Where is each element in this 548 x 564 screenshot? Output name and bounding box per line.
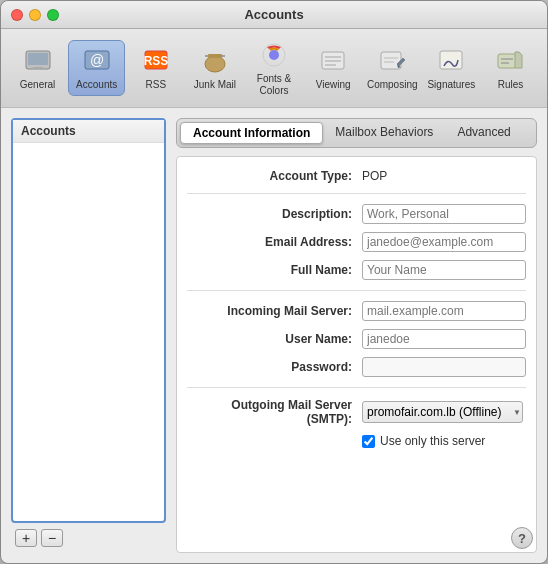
toolbar-item-general[interactable]: General [9, 41, 66, 95]
smtp-label: Outgoing Mail Server (SMTP): [187, 398, 362, 426]
password-input[interactable] [362, 357, 526, 377]
smtp-wrapper: promofair.com.lb (Offline) [362, 401, 526, 423]
account-type-row: Account Type: POP [187, 169, 526, 183]
svg-point-7 [205, 56, 225, 72]
incoming-server-input[interactable] [362, 301, 526, 321]
svg-point-12 [269, 50, 279, 60]
incoming-server-label: Incoming Mail Server: [187, 304, 362, 318]
description-label: Description: [187, 207, 362, 221]
svg-rect-2 [33, 67, 43, 69]
svg-rect-1 [28, 53, 48, 65]
toolbar-item-junkmail[interactable]: Junk Mail [186, 41, 243, 95]
tab-advanced[interactable]: Advanced [445, 122, 522, 144]
username-row: User Name: [187, 329, 526, 349]
form-area: Account Type: POP Description: Email Add… [176, 156, 537, 553]
sidebar-list[interactable] [13, 143, 164, 521]
window-controls [11, 9, 59, 21]
toolbar-label-fontscolors: Fonts & Colors [247, 73, 300, 97]
svg-text:RSS: RSS [143, 54, 168, 68]
account-type-label: Account Type: [187, 169, 362, 183]
accounts-icon: @ [81, 45, 113, 77]
sidebar: Accounts + − [11, 118, 166, 553]
fullname-row: Full Name: [187, 260, 526, 280]
sidebar-buttons: + − [11, 523, 166, 553]
toolbar-item-viewing[interactable]: Viewing [305, 41, 362, 95]
toolbar-item-rules[interactable]: Rules [482, 41, 539, 95]
remove-account-button[interactable]: − [41, 529, 63, 547]
use-only-checkbox[interactable] [362, 435, 375, 448]
separator-1 [187, 193, 526, 194]
composing-icon [376, 45, 408, 77]
account-type-value: POP [362, 169, 387, 183]
fullname-label: Full Name: [187, 263, 362, 277]
sidebar-header: Accounts [13, 120, 164, 143]
toolbar-item-accounts[interactable]: @ Accounts [68, 40, 125, 96]
toolbar-label-junkmail: Junk Mail [194, 79, 236, 91]
main-panel: Account Information Mailbox Behaviors Ad… [176, 118, 537, 553]
password-row: Password: [187, 357, 526, 377]
junkmail-icon [199, 45, 231, 77]
toolbar-label-signatures: Signatures [427, 79, 475, 91]
tab-mailbox-behaviors[interactable]: Mailbox Behaviors [323, 122, 445, 144]
sidebar-panel: Accounts [11, 118, 166, 523]
close-button[interactable] [11, 9, 23, 21]
content-area: Accounts + − Account Information Mailbox… [1, 108, 547, 563]
smtp-row: Outgoing Mail Server (SMTP): promofair.c… [187, 398, 526, 426]
maximize-button[interactable] [47, 9, 59, 21]
titlebar: Accounts [1, 1, 547, 29]
description-input[interactable] [362, 204, 526, 224]
viewing-icon [317, 45, 349, 77]
toolbar-label-composing: Composing [367, 79, 418, 91]
toolbar-item-rss[interactable]: RSS RSS [127, 41, 184, 95]
email-row: Email Address: [187, 232, 526, 252]
toolbar-label-rules: Rules [498, 79, 524, 91]
toolbar-item-signatures[interactable]: Signatures [423, 41, 480, 95]
toolbar-item-fontscolors[interactable]: Fonts & Colors [245, 35, 302, 101]
fullname-input[interactable] [362, 260, 526, 280]
svg-text:@: @ [90, 52, 104, 68]
svg-rect-20 [440, 51, 462, 69]
fontscolors-icon [258, 39, 290, 71]
toolbar-label-general: General [20, 79, 56, 91]
svg-rect-21 [498, 54, 516, 68]
minimize-button[interactable] [29, 9, 41, 21]
rss-icon: RSS [140, 45, 172, 77]
help-button[interactable]: ? [511, 527, 533, 549]
add-account-button[interactable]: + [15, 529, 37, 547]
toolbar-label-rss: RSS [146, 79, 167, 91]
toolbar-item-composing[interactable]: Composing [364, 41, 421, 95]
email-label: Email Address: [187, 235, 362, 249]
username-label: User Name: [187, 332, 362, 346]
separator-2 [187, 290, 526, 291]
tab-account-information[interactable]: Account Information [180, 122, 323, 144]
description-row: Description: [187, 204, 526, 224]
main-window: Accounts General @ Accounts [0, 0, 548, 564]
password-label: Password: [187, 360, 362, 374]
incoming-server-row: Incoming Mail Server: [187, 301, 526, 321]
signatures-icon [435, 45, 467, 77]
use-only-label: Use only this server [380, 434, 485, 448]
window-title: Accounts [244, 7, 303, 22]
toolbar-label-viewing: Viewing [316, 79, 351, 91]
smtp-select[interactable]: promofair.com.lb (Offline) [362, 401, 523, 423]
toolbar: General @ Accounts RSS RSS [1, 29, 547, 108]
svg-rect-8 [208, 54, 222, 58]
rules-icon [494, 45, 526, 77]
toolbar-label-accounts: Accounts [76, 79, 117, 91]
email-input[interactable] [362, 232, 526, 252]
separator-3 [187, 387, 526, 388]
username-input[interactable] [362, 329, 526, 349]
window-body: Accounts + − Account Information Mailbox… [1, 108, 547, 563]
general-icon [22, 45, 54, 77]
use-only-row: Use only this server [362, 434, 526, 448]
tab-bar: Account Information Mailbox Behaviors Ad… [176, 118, 537, 148]
